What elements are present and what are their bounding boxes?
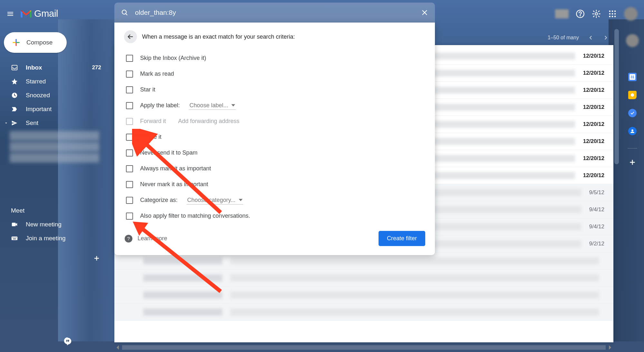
filter-opt-categorize[interactable]: Categorize as:Choose category... xyxy=(124,192,425,208)
mail-row[interactable] xyxy=(114,287,613,304)
scroll-right-icon[interactable] xyxy=(608,345,612,350)
horizontal-scrollbar[interactable] xyxy=(114,345,613,350)
filter-opt-forward: Forward itAdd forwarding address xyxy=(124,113,425,129)
nav-sent[interactable]: Sent xyxy=(0,116,106,130)
nav-inbox[interactable]: Inbox 272 xyxy=(0,61,106,74)
important-icon xyxy=(11,106,18,113)
chevron-down-icon[interactable] xyxy=(4,121,8,125)
nav-snoozed[interactable]: Snoozed xyxy=(0,88,106,102)
checkbox[interactable] xyxy=(126,149,133,157)
checkbox[interactable] xyxy=(126,165,133,172)
filter-opt-also-apply[interactable]: Also apply filter to matching conversati… xyxy=(124,208,425,224)
tasks-icon[interactable] xyxy=(628,109,637,117)
search-input[interactable] xyxy=(135,9,421,16)
nav-important[interactable]: Important xyxy=(0,102,106,116)
nav-join-meeting-label: Join a meeting xyxy=(26,235,66,242)
checkbox[interactable] xyxy=(126,213,133,220)
compose-plus-icon xyxy=(12,38,21,47)
learn-more-link[interactable]: Learn more xyxy=(138,235,167,242)
arrow-left-icon xyxy=(127,33,134,40)
mail-content-blurred xyxy=(230,257,599,264)
gmail-logo[interactable]: Gmail xyxy=(21,8,58,19)
mail-date: 12/20/12 xyxy=(583,70,607,76)
help-icon[interactable]: ? xyxy=(125,235,132,243)
search-clear-icon[interactable] xyxy=(421,9,428,16)
hangouts-icon[interactable] xyxy=(63,337,72,346)
filter-opt-skip-inbox[interactable]: Skip the Inbox (Archive it) xyxy=(124,50,425,66)
mail-date: 12/20/12 xyxy=(583,138,607,145)
support-icon[interactable] xyxy=(576,9,585,18)
scroll-left-icon[interactable] xyxy=(116,345,120,350)
settings-gear-icon[interactable] xyxy=(592,9,601,18)
checkbox[interactable] xyxy=(126,181,133,188)
filter-opt-never-spam[interactable]: Never send it to Spam xyxy=(124,145,425,161)
mail-sender-blurred xyxy=(143,274,222,281)
mail-sender-blurred xyxy=(143,257,222,264)
add-forwarding-link[interactable]: Add forwarding address xyxy=(178,118,239,125)
star-icon xyxy=(11,78,18,85)
nav-join-meeting[interactable]: Join a meeting xyxy=(0,231,106,245)
svg-point-8 xyxy=(595,13,597,15)
checkbox[interactable] xyxy=(126,71,133,78)
nav-blurred-item[interactable] xyxy=(10,142,99,152)
svg-point-13 xyxy=(612,13,613,14)
contacts-icon[interactable] xyxy=(628,127,637,135)
svg-point-12 xyxy=(609,13,611,14)
nav-starred[interactable]: Starred xyxy=(0,74,106,88)
nav-sent-label: Sent xyxy=(26,119,38,127)
main-menu-icon[interactable] xyxy=(6,10,14,18)
rail-account-avatar[interactable] xyxy=(626,34,639,47)
svg-point-7 xyxy=(580,15,580,16)
mail-date: 12/20/12 xyxy=(583,172,607,179)
nav-blurred-item[interactable] xyxy=(10,131,99,141)
page-prev-icon[interactable] xyxy=(588,35,594,41)
vertical-scrollbar[interactable] xyxy=(614,29,619,164)
checkbox[interactable] xyxy=(126,134,133,141)
sidebar-add-icon[interactable] xyxy=(93,254,101,262)
filter-opt-mark-read[interactable]: Mark as read xyxy=(124,66,425,82)
checkbox[interactable] xyxy=(126,102,133,109)
compose-button[interactable]: Compose xyxy=(4,32,67,53)
scroll-track[interactable] xyxy=(122,345,606,350)
filter-back-button[interactable] xyxy=(124,30,137,43)
google-apps-icon[interactable] xyxy=(608,9,617,18)
filter-panel-header: When a message is an exact match for you… xyxy=(124,30,425,43)
page-next-icon[interactable] xyxy=(603,35,609,41)
search-icon[interactable] xyxy=(121,9,129,16)
svg-rect-26 xyxy=(13,237,13,238)
checkbox[interactable] xyxy=(126,197,133,204)
choose-category-dropdown[interactable]: Choose category... xyxy=(187,196,243,205)
keep-icon[interactable] xyxy=(628,91,637,99)
add-addon-icon[interactable] xyxy=(628,158,637,166)
search-bar[interactable] xyxy=(114,3,435,23)
svg-point-9 xyxy=(609,10,611,12)
mail-date: 12/20/12 xyxy=(583,121,607,128)
nav-blurred-item[interactable] xyxy=(10,153,99,163)
svg-point-2 xyxy=(122,10,126,14)
choose-label-dropdown[interactable]: Choose label... xyxy=(189,101,236,110)
nav-new-meeting[interactable]: New meeting xyxy=(0,217,106,231)
svg-point-15 xyxy=(609,15,611,17)
mail-row[interactable] xyxy=(114,304,613,321)
create-filter-button[interactable]: Create filter xyxy=(379,231,425,246)
filter-footer: ? Learn more Create filter xyxy=(124,231,425,246)
video-icon xyxy=(11,221,18,228)
checkbox[interactable] xyxy=(126,86,133,93)
sent-icon xyxy=(11,119,18,127)
filter-opt-apply-label[interactable]: Apply the label:Choose label... xyxy=(124,98,425,113)
mail-row[interactable] xyxy=(114,270,613,287)
filter-opt-never-important[interactable]: Never mark it as important xyxy=(124,176,425,192)
account-chip-blurred[interactable] xyxy=(555,9,569,18)
checkbox-disabled xyxy=(126,118,133,125)
account-avatar[interactable] xyxy=(624,7,638,21)
calendar-icon[interactable]: 31 xyxy=(628,73,637,81)
mail-date: 9/5/12 xyxy=(589,189,607,196)
filter-opt-star[interactable]: Star it xyxy=(124,82,425,98)
svg-point-11 xyxy=(614,10,616,12)
checkbox[interactable] xyxy=(126,55,133,62)
compose-label: Compose xyxy=(26,39,53,46)
filter-opt-always-important[interactable]: Always mark it as important xyxy=(124,161,425,176)
filter-opt-delete[interactable]: Delete it xyxy=(124,129,425,145)
gmail-logo-icon xyxy=(21,10,32,18)
left-sidebar: Compose Inbox 272 Starred Snoozed Import… xyxy=(0,29,106,248)
